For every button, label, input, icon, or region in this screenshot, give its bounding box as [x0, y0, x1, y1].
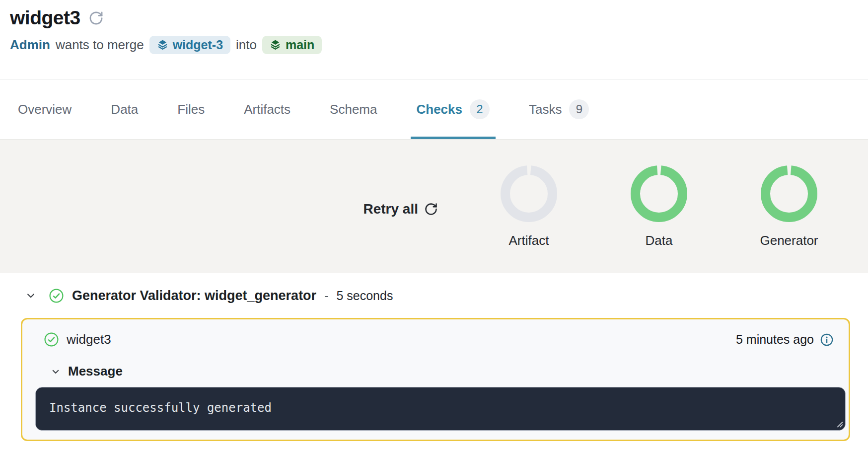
- check-instance-name: widget3: [67, 332, 111, 347]
- message-section-label: Message: [68, 364, 123, 379]
- merge-request-header: widget3 Admin wants to merge widget-3 in…: [0, 0, 868, 79]
- tab-label: Artifacts: [244, 102, 290, 117]
- tab-label: Overview: [18, 102, 72, 117]
- check-group-header: Generator Validator: widget_generator - …: [0, 273, 868, 318]
- check-duration: 5 seconds: [336, 289, 393, 303]
- chevron-down-icon[interactable]: [26, 291, 36, 301]
- donut-label: Generator: [760, 233, 818, 248]
- data-status-ring: [636, 170, 683, 218]
- tab-label: Tasks: [529, 102, 562, 117]
- check-circle-icon: [49, 288, 64, 304]
- branch-layers-icon: [157, 39, 168, 51]
- retry-icon: [424, 202, 438, 216]
- check-circle-icon: [44, 332, 59, 347]
- tab-label: Checks: [417, 102, 463, 117]
- tab-checks[interactable]: Checks 2: [417, 79, 490, 139]
- generator-status-ring: [766, 170, 813, 218]
- tasks-count-badge: 9: [569, 99, 589, 119]
- checks-count-badge: 2: [470, 99, 490, 119]
- source-branch-label: widget-3: [173, 38, 223, 52]
- tab-label: Data: [111, 102, 138, 117]
- retry-all-button[interactable]: Retry all: [363, 201, 438, 217]
- page-title: widget3: [10, 7, 80, 29]
- donut-label: Artifact: [509, 233, 549, 248]
- check-donut-artifact[interactable]: Artifact: [464, 165, 594, 248]
- tab-files[interactable]: Files: [177, 79, 205, 139]
- check-result-card: widget3 5 minutes ago Message Instance s…: [21, 318, 850, 441]
- merge-action-text: wants to merge: [56, 37, 144, 53]
- tab-tasks[interactable]: Tasks 9: [529, 79, 589, 139]
- chevron-down-icon[interactable]: [51, 367, 60, 376]
- tab-label: Schema: [330, 102, 377, 117]
- tab-data[interactable]: Data: [111, 79, 138, 139]
- info-icon[interactable]: [820, 333, 834, 347]
- tab-label: Files: [177, 102, 205, 117]
- artifact-status-ring: [506, 170, 553, 218]
- check-donut-data[interactable]: Data: [594, 165, 724, 248]
- branch-layers-icon: [270, 39, 281, 51]
- check-separator: -: [324, 289, 328, 303]
- into-text: into: [236, 37, 257, 53]
- tab-artifacts[interactable]: Artifacts: [244, 79, 290, 139]
- author-name: Admin: [10, 37, 50, 53]
- check-title: Generator Validator: widget_generator: [72, 288, 316, 304]
- timestamp: 5 minutes ago: [736, 332, 814, 347]
- tab-bar: Overview Data Files Artifacts Schema Che…: [0, 79, 868, 139]
- checks-summary-panel: Retry all Artifact Data Generator: [0, 139, 868, 273]
- target-branch-label: main: [286, 38, 314, 52]
- refresh-icon[interactable]: [88, 10, 104, 26]
- check-donut-generator[interactable]: Generator: [724, 165, 854, 248]
- target-branch-badge[interactable]: main: [262, 36, 322, 54]
- donut-label: Data: [646, 233, 673, 248]
- tab-schema[interactable]: Schema: [330, 79, 377, 139]
- message-output-textarea[interactable]: Instance successfully generated: [35, 387, 846, 431]
- retry-all-label: Retry all: [363, 201, 419, 217]
- source-branch-badge[interactable]: widget-3: [149, 36, 230, 54]
- resize-handle-icon[interactable]: [835, 419, 843, 428]
- tab-overview[interactable]: Overview: [18, 79, 72, 139]
